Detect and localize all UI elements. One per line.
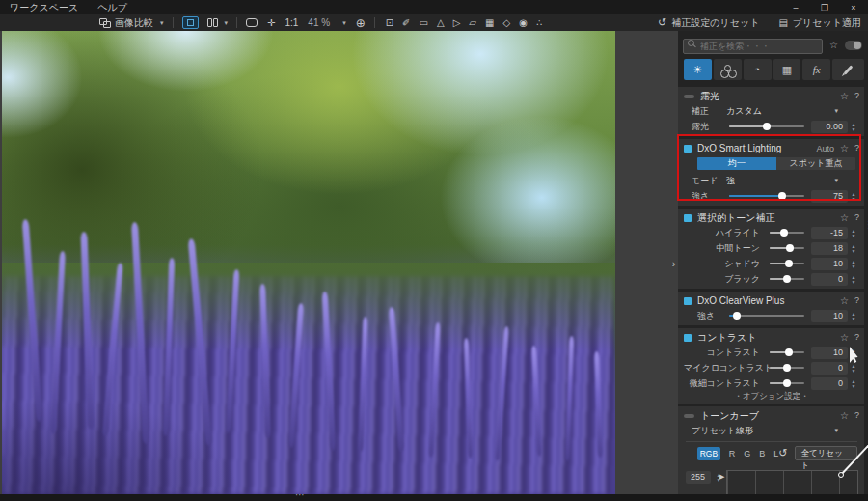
- dust-removal-tool-button[interactable]: ▭: [419, 18, 427, 28]
- help-icon[interactable]: ?: [854, 411, 859, 420]
- ratio-1-1-button[interactable]: 1:1: [285, 17, 298, 28]
- enable-checkbox[interactable]: [684, 334, 692, 342]
- tab-light[interactable]: ☀: [684, 59, 712, 80]
- value-box[interactable]: 10: [811, 310, 848, 322]
- menu-workspace[interactable]: ワークスペース: [0, 1, 88, 14]
- value-box[interactable]: 0: [811, 377, 848, 390]
- search-input[interactable]: [683, 39, 823, 54]
- fx-icon: fx: [813, 64, 821, 75]
- favorite-star-icon[interactable]: ☆: [840, 92, 849, 101]
- favorite-star-icon[interactable]: ☆: [840, 296, 849, 306]
- value-box[interactable]: 10: [811, 258, 848, 270]
- correction-dropdown-row[interactable]: 補正 カスタム ▾: [684, 103, 859, 119]
- crop-tool-button[interactable]: ⊡: [386, 18, 393, 28]
- midtones-slider[interactable]: [770, 247, 804, 249]
- stepper[interactable]: ▲▼: [848, 312, 859, 320]
- value-box[interactable]: 0: [811, 273, 848, 286]
- compare-button[interactable]: 画像比較 ▾: [99, 16, 164, 30]
- section-title: DxO ClearView Plus: [697, 295, 784, 306]
- value-box[interactable]: -15: [811, 227, 848, 239]
- help-icon[interactable]: ?: [854, 296, 859, 305]
- active-corrections-toggle[interactable]: [845, 41, 862, 50]
- stepper[interactable]: ▲▼: [848, 123, 859, 131]
- eyedropper-tool-button[interactable]: ✐: [402, 18, 410, 28]
- value-box[interactable]: 18: [811, 242, 848, 255]
- finecontrast-slider[interactable]: [770, 382, 804, 384]
- single-view-icon: [187, 19, 194, 26]
- zoom-in-button[interactable]: ⊕: [356, 17, 366, 29]
- favorite-star-icon[interactable]: ☆: [840, 213, 849, 223]
- help-icon[interactable]: ?: [854, 333, 859, 342]
- value-box[interactable]: 0: [811, 362, 848, 375]
- chevron-down-icon[interactable]: ▾: [225, 19, 229, 27]
- keystone-tool-button[interactable]: ▱: [469, 18, 476, 28]
- panel-scroll-grip[interactable]: ⋮: [864, 222, 868, 227]
- eraser-tool-button[interactable]: ◇: [503, 18, 511, 28]
- horizon-tool-button[interactable]: △: [437, 18, 445, 28]
- section-enable-icon[interactable]: [684, 95, 694, 98]
- reset-all-button[interactable]: 全てリセット: [795, 446, 857, 460]
- show-mask-button[interactable]: ◉: [519, 18, 528, 28]
- tab-effects[interactable]: fx: [802, 59, 830, 80]
- zoom-level-dropdown[interactable]: 41 %: [308, 17, 330, 28]
- minimize-button[interactable]: –: [781, 3, 810, 13]
- clearview-strength-slider[interactable]: [729, 315, 804, 317]
- curve-point[interactable]: [838, 472, 844, 478]
- reset-curve-icon[interactable]: ↺: [778, 447, 787, 459]
- tab-color[interactable]: [714, 59, 742, 80]
- help-icon[interactable]: ?: [854, 213, 859, 222]
- local-adjustment-tool-button[interactable]: ∴: [536, 18, 542, 28]
- apply-preset-button[interactable]: プリセット適用: [793, 16, 861, 30]
- pan-button[interactable]: ✛: [267, 18, 275, 28]
- exposure-slider[interactable]: [729, 125, 804, 127]
- stepper[interactable]: ▲▼: [848, 275, 859, 284]
- color-circles-icon: [724, 65, 731, 71]
- filmstrip-expand-handle[interactable]: ⋯: [295, 489, 306, 500]
- value-box[interactable]: 0.00: [811, 121, 848, 133]
- split-view-button[interactable]: [207, 18, 218, 27]
- channel-r-button[interactable]: R: [729, 449, 736, 459]
- filmstrip-collapsed-bar[interactable]: ⋯: [0, 494, 868, 501]
- chevron-down-icon[interactable]: ▾: [342, 19, 346, 27]
- stepper[interactable]: ▲▼: [848, 379, 859, 388]
- toolbar-separator: [173, 17, 174, 28]
- blacks-slider[interactable]: [770, 278, 804, 280]
- channel-b-button[interactable]: B: [759, 449, 765, 459]
- favorites-filter-star-icon[interactable]: ☆: [829, 41, 838, 50]
- shadows-slider[interactable]: [770, 263, 804, 264]
- microcontrast-slider[interactable]: [770, 367, 804, 369]
- slider-row-highlights: ハイライト -15 ▲▼: [684, 225, 859, 240]
- channel-rgb-button[interactable]: RGB: [697, 447, 720, 460]
- stepper[interactable]: ▲▼: [848, 260, 859, 268]
- options-settings-link[interactable]: ・オプション設定・: [684, 391, 859, 402]
- sun-icon: ☀: [692, 64, 702, 76]
- favorite-star-icon[interactable]: ☆: [840, 411, 849, 421]
- contrast-slider[interactable]: [770, 351, 804, 353]
- reset-corrections-button[interactable]: 補正設定のリセット: [671, 16, 759, 30]
- repair-tool-button[interactable]: ▦: [485, 18, 494, 28]
- stepper[interactable]: ▲▼: [848, 244, 859, 253]
- fit-screen-button[interactable]: [246, 18, 258, 27]
- preset-dropdown-row[interactable]: プリセット 線形 ▾: [684, 423, 859, 438]
- maximize-button[interactable]: ❐: [810, 3, 839, 13]
- enable-checkbox[interactable]: [684, 214, 692, 222]
- section-enable-icon[interactable]: [684, 414, 694, 418]
- menu-help[interactable]: ヘルプ: [88, 1, 137, 14]
- channel-g-button[interactable]: G: [744, 449, 750, 459]
- curve-max-input[interactable]: 255: [686, 471, 711, 484]
- stepper[interactable]: ▲▼: [848, 364, 859, 373]
- photo-canvas[interactable]: [2, 31, 615, 494]
- tab-geometry[interactable]: ▦: [773, 59, 801, 80]
- tab-local-adjustments[interactable]: [832, 59, 864, 80]
- close-button[interactable]: ×: [839, 3, 868, 13]
- single-view-button[interactable]: [182, 16, 199, 29]
- value-box[interactable]: 10: [811, 347, 848, 359]
- stepper[interactable]: ▲▼: [848, 229, 859, 237]
- help-icon[interactable]: ?: [854, 92, 859, 100]
- tab-detail[interactable]: ◔: [744, 59, 772, 80]
- perspective-tool-button[interactable]: ▷: [453, 18, 461, 28]
- enable-checkbox[interactable]: [684, 297, 692, 305]
- highlights-slider[interactable]: [770, 232, 804, 234]
- panel-collapse-handle[interactable]: ›: [669, 253, 678, 274]
- favorite-star-icon[interactable]: ☆: [840, 333, 849, 343]
